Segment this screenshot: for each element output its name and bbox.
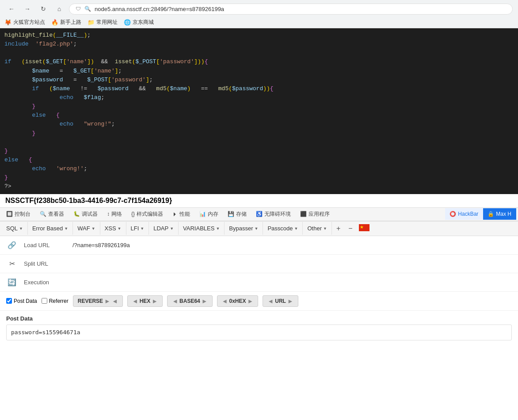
base64-label: BASE64 <box>179 298 200 304</box>
nav-bar: ← → ↻ ⌂ 🛡 🔍 node5.anna.nssctf.cn:28496/?… <box>0 0 518 18</box>
console-icon: 🔲 <box>6 211 13 217</box>
passcode-dropdown-arrow: ▼ <box>294 226 298 231</box>
menu-passcode[interactable]: Passcode ▼ <box>263 222 303 235</box>
split-icon[interactable]: ✂ <box>0 260 24 268</box>
globe-icon: 🌐 <box>124 19 131 26</box>
tab-console[interactable]: 🔲 控制台 <box>2 208 35 221</box>
0xhex-button[interactable]: ◄ 0xHEX ► <box>217 295 259 307</box>
tab-label: 应用程序 <box>309 210 330 218</box>
variables-dropdown-arrow: ▼ <box>216 226 220 231</box>
minus-button[interactable]: − <box>345 221 356 236</box>
hackbar: SQL ▼ Error Based ▼ WAF ▼ XSS ▼ LFI ▼ LD… <box>0 221 518 345</box>
0xhex-label: 0xHEX <box>229 298 246 304</box>
split-url-input[interactable] <box>68 257 518 271</box>
accessibility-icon: ♿ <box>256 211 263 217</box>
reverse-button[interactable]: REVERSE ► ◄ <box>73 295 123 307</box>
back-button[interactable]: ← <box>5 3 18 15</box>
tab-inspector[interactable]: 🔍 查看器 <box>35 208 69 221</box>
devtools-bar: 🔲 控制台 🔍 查看器 🐛 调试器 ↕ 网络 {} 样式编辑器 ⏵ 性能 📊 内… <box>0 208 518 221</box>
menu-lfi[interactable]: LFI ▼ <box>126 222 149 235</box>
execution-icon[interactable]: 🔄 <box>0 278 24 286</box>
bookmark-jd[interactable]: 🌐 京东商城 <box>124 19 154 26</box>
load-url-label[interactable]: Load URL <box>24 242 68 248</box>
menu-ldap[interactable]: LDAP ▼ <box>149 222 179 235</box>
url-button[interactable]: ◄ URL ► <box>263 295 298 307</box>
bookmark-label: 常用网址 <box>96 19 118 26</box>
post-data-checkbox[interactable] <box>6 298 12 304</box>
tab-debugger[interactable]: 🐛 调试器 <box>69 208 103 221</box>
tab-hackbar[interactable]: ⭕ HackBar <box>445 208 483 220</box>
0xhex-arrow-left: ◄ <box>222 298 228 305</box>
debugger-icon: 🐛 <box>73 211 80 217</box>
tab-storage[interactable]: 💾 存储 <box>223 208 251 221</box>
post-data-checkbox-label[interactable]: Post Data <box>6 298 37 304</box>
load-url-input[interactable] <box>68 238 518 252</box>
referrer-checkbox-label[interactable]: Referrer <box>42 298 69 304</box>
bookmark-firefoxsite[interactable]: 🦊 火狐官方站点 <box>4 19 45 26</box>
tab-application[interactable]: ⬛ 应用程序 <box>296 208 335 221</box>
menu-label: XSS <box>105 225 116 232</box>
tab-maxhack[interactable]: 🔒 Max H <box>483 208 516 220</box>
reverse-arrow-right: ► <box>104 298 110 305</box>
add-button[interactable]: + <box>332 221 345 236</box>
tab-accessibility[interactable]: ♿ 无障碍环境 <box>251 208 296 221</box>
tab-style-editor[interactable]: {} 样式编辑器 <box>127 208 168 221</box>
split-url-label[interactable]: Split URL <box>24 260 68 267</box>
hex-button[interactable]: ◄ HEX ► <box>127 295 163 307</box>
menu-error-based[interactable]: Error Based ▼ <box>28 222 73 235</box>
application-icon: ⬛ <box>300 211 307 217</box>
hex-arrow-right: ► <box>152 298 158 305</box>
base64-button[interactable]: ◄ BASE64 ► <box>167 295 212 307</box>
menu-sql[interactable]: SQL ▼ <box>2 222 28 235</box>
tab-network[interactable]: ↕ 网络 <box>103 208 127 221</box>
tab-label: 调试器 <box>82 210 98 218</box>
post-data-input[interactable] <box>6 325 512 340</box>
tab-label: 样式编辑器 <box>137 210 163 218</box>
hex-arrow-left: ◄ <box>132 298 138 305</box>
link-icon[interactable]: 🔗 <box>0 241 24 249</box>
bookmark-common-urls[interactable]: 📁 常用网址 <box>88 19 118 26</box>
tab-performance[interactable]: ⏵ 性能 <box>168 208 195 221</box>
home-button[interactable]: ⌂ <box>53 3 65 15</box>
bookmark-newuser[interactable]: 🔥 新手上路 <box>51 19 81 26</box>
url-label: URL <box>275 298 286 304</box>
reverse-label: REVERSE <box>78 298 103 304</box>
forward-button[interactable]: → <box>21 3 34 15</box>
tab-label: 存储 <box>236 210 247 218</box>
reload-button[interactable]: ↻ <box>37 3 50 15</box>
flag-icon <box>359 224 369 231</box>
xss-dropdown-arrow: ▼ <box>118 226 122 231</box>
cn-flag[interactable] <box>356 222 372 235</box>
tab-label: 内存 <box>208 210 218 218</box>
execution-label[interactable]: Execution <box>24 279 68 286</box>
flag-line: NSSCTF{f238bc50-1ba3-4416-99c7-c7f154a26… <box>0 194 518 208</box>
network-icon: ↕ <box>107 211 110 217</box>
referrer-option-label: Referrer <box>49 298 69 304</box>
menu-bypasser[interactable]: Bypasser ▼ <box>225 222 263 235</box>
execution-input[interactable] <box>68 275 518 289</box>
split-url-row: ✂ Split URL <box>0 255 518 273</box>
menu-xss[interactable]: XSS ▼ <box>100 222 126 235</box>
menu-label: VARIABLES <box>183 225 214 232</box>
hackbar-options: Post Data Referrer REVERSE ► ◄ ◄ HEX ► ◄… <box>0 292 518 311</box>
menu-other[interactable]: Other ▼ <box>303 222 331 235</box>
tab-label: 网络 <box>111 210 122 218</box>
post-data-label: Post Data <box>6 315 512 322</box>
tab-label: 无障碍环境 <box>264 210 291 218</box>
tab-label: Max H <box>496 211 511 217</box>
menu-label: Bypasser <box>229 225 253 232</box>
error-based-dropdown-arrow: ▼ <box>64 226 68 231</box>
favicon-icon: 🔍 <box>84 6 91 12</box>
tab-memory[interactable]: 📊 内存 <box>195 208 223 221</box>
hackbar-icon: ⭕ <box>449 211 456 217</box>
shield-icon: 🛡 <box>76 6 81 12</box>
tab-label: HackBar <box>458 211 478 217</box>
load-url-row: 🔗 Load URL <box>0 236 518 255</box>
address-bar[interactable]: 🛡 🔍 node5.anna.nssctf.cn:28496/?name=s87… <box>69 4 513 15</box>
menu-waf[interactable]: WAF ▼ <box>73 222 100 235</box>
code-area: highlight_file(__FILE__); include 'flag2… <box>0 28 518 194</box>
menu-variables[interactable]: VARIABLES ▼ <box>179 222 225 235</box>
waf-dropdown-arrow: ▼ <box>91 226 95 231</box>
referrer-checkbox[interactable] <box>42 298 47 304</box>
performance-icon: ⏵ <box>172 211 178 217</box>
